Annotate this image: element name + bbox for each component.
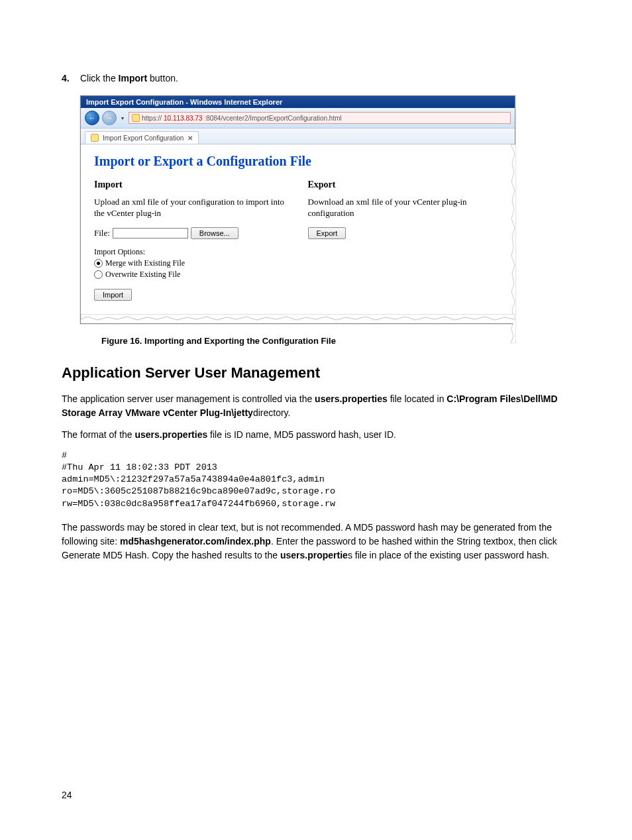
paragraph-1: The application server user management i… (62, 392, 570, 420)
p2-c: file is ID name, MD5 password hash, user… (207, 429, 396, 440)
import-column: Import Upload an xml file of your config… (94, 180, 288, 301)
torn-edge-right (511, 144, 516, 314)
option-merge[interactable]: Merge with Existing File (94, 258, 288, 268)
window-titlebar: Import Export Configuration - Windows In… (81, 96, 515, 108)
section-heading: Application Server User Management (62, 364, 570, 382)
tab-strip: Import Export Configuration ✕ (81, 129, 515, 144)
tab-favicon-icon (91, 134, 99, 142)
file-input[interactable] (113, 228, 188, 238)
page-favicon-icon (132, 114, 140, 122)
step-text: Click the Import button. (80, 73, 178, 83)
url-field[interactable]: https://10.113.83.73:8084/vcenter2/Impor… (129, 112, 511, 124)
import-desc: Upload an xml file of your configuration… (94, 197, 288, 219)
arrow-left-icon: ← (89, 114, 96, 122)
p2-b: users.properties (135, 429, 208, 440)
ie-window: Import Export Configuration - Windows In… (80, 95, 515, 324)
radio-icon (94, 270, 103, 279)
export-desc: Download an xml file of your vCenter plu… (308, 197, 502, 219)
step-4: 4. Click the Import button. (62, 73, 570, 83)
browse-button[interactable]: Browse... (191, 227, 238, 239)
back-button[interactable]: ← (85, 111, 99, 125)
step-prefix: Click the (80, 73, 119, 83)
step-bold: Import (119, 73, 148, 83)
p3-b: md5hashgenerator.com/index.php (120, 536, 271, 547)
export-button[interactable]: Export (308, 227, 346, 239)
paragraph-3: The passwords may be stored in clear tex… (62, 521, 570, 562)
arrow-right-icon: → (106, 114, 113, 122)
options-label: Import Options: (94, 247, 288, 257)
code-block: # #Thu Apr 11 18:02:33 PDT 2013 admin=MD… (62, 450, 570, 510)
export-title: Export (308, 180, 502, 190)
url-scheme: https:// (142, 115, 162, 122)
p3-d: users.propertie (280, 550, 348, 560)
p2-a: The format of the (62, 429, 135, 440)
tab-import-export[interactable]: Import Export Configuration ✕ (85, 131, 199, 144)
paragraph-2: The format of the users.properties file … (62, 428, 570, 442)
option-merge-label: Merge with Existing File (105, 258, 185, 268)
import-options: Import Options: Merge with Existing File… (94, 247, 288, 280)
address-bar: ← → ▾ https://10.113.83.73:8084/vcenter2… (81, 108, 515, 129)
file-label: File: (94, 228, 110, 238)
p1-c: file located in (388, 394, 447, 404)
p3-e: s file in place of the existing user pas… (348, 550, 549, 560)
import-title: Import (94, 180, 288, 190)
nav-dropdown-icon[interactable]: ▾ (119, 115, 126, 121)
p1-a: The application server user management i… (62, 394, 315, 404)
page-number: 24 (62, 790, 72, 800)
url-host: 10.113.83.73 (164, 115, 202, 122)
tab-label: Import Export Configuration (103, 134, 184, 142)
p1-e: directory. (253, 407, 291, 418)
forward-button[interactable]: → (102, 111, 117, 125)
page-content: Import or Export a Configuration File Im… (81, 144, 515, 314)
tab-close-icon[interactable]: ✕ (187, 134, 193, 142)
p1-b: users.properties (315, 394, 388, 404)
step-suffix: button. (147, 73, 178, 83)
export-column: Export Download an xml file of your vCen… (308, 180, 502, 301)
url-path: :8084/vcenter2/ImportExportConfiguration… (204, 115, 341, 122)
radio-icon (94, 259, 103, 268)
option-overwrite[interactable]: Overwrite Existing File (94, 270, 288, 280)
import-button[interactable]: Import (94, 289, 132, 301)
content-heading: Import or Export a Configuration File (94, 154, 501, 169)
option-overwrite-label: Overwrite Existing File (105, 270, 180, 280)
figure-caption: Figure 16. Importing and Exporting the C… (101, 336, 570, 346)
torn-edge-bottom (81, 314, 515, 323)
step-number: 4. (62, 73, 80, 83)
